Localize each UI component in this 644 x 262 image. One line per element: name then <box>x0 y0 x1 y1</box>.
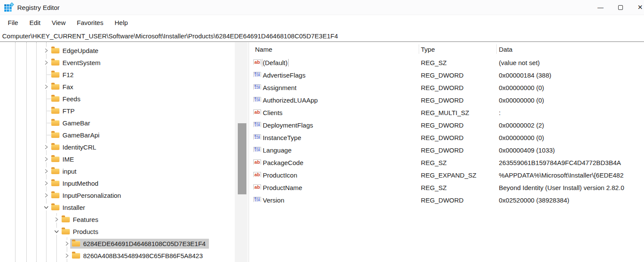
tree-item-product-key-selected[interactable]: 6284EDE64691D46468108C05D7E3E1F4 <box>0 237 235 250</box>
tree-item-f12[interactable]: F12 <box>0 69 235 81</box>
value-data: 0x00000409 (1033) <box>499 147 644 154</box>
chevron-right-icon[interactable] <box>43 59 50 66</box>
chevron-down-icon[interactable] <box>53 228 60 235</box>
value-type: REG_DWORD <box>421 97 499 104</box>
value-data: 0x00000002 (2) <box>499 122 644 129</box>
value-data: 0x02520000 (38928384) <box>499 196 644 204</box>
tree-item-feeds[interactable]: Feeds <box>0 93 235 105</box>
tree-scrollbar-thumb[interactable] <box>238 123 246 194</box>
value-type: REG_EXPAND_SZ <box>421 172 499 179</box>
chevron-right-icon[interactable] <box>43 180 50 187</box>
chevron-right-icon[interactable] <box>43 192 50 199</box>
folder-icon <box>51 108 59 114</box>
key-tree-panel: EdgeUpdate EventSystem F12 Fax Feeds <box>0 42 235 262</box>
value-row-instancetype[interactable]: 011110InstanceType REG_DWORD 0x00000000 … <box>249 131 644 144</box>
column-header-data[interactable]: Data <box>499 46 513 53</box>
value-row-deploymentflags[interactable]: 011110DeploymentFlags REG_DWORD 0x000000… <box>249 119 644 131</box>
tree-item-ime[interactable]: IME <box>0 153 235 165</box>
value-row-assignment[interactable]: 011110Assignment REG_DWORD 0x00000000 (0… <box>249 81 644 94</box>
menu-view[interactable]: View <box>46 19 71 26</box>
string-value-icon: ab <box>253 59 261 66</box>
value-name: ProductName <box>263 184 302 191</box>
folder-icon <box>51 132 59 138</box>
chevron-right-icon[interactable] <box>43 143 50 150</box>
menu-file[interactable]: File <box>2 19 24 26</box>
value-name: Language <box>263 147 292 154</box>
tree-item-edgeupdate[interactable]: EdgeUpdate <box>0 44 235 56</box>
value-name: AuthorizedLUAApp <box>263 97 318 104</box>
column-header-type[interactable]: Type <box>421 46 435 53</box>
tree-item-label: InputMethod <box>62 180 98 187</box>
chevron-down-icon[interactable] <box>43 204 50 211</box>
column-header-name[interactable]: Name <box>255 46 272 53</box>
tree-item-fax[interactable]: Fax <box>0 81 235 93</box>
maximize-button[interactable] <box>610 0 630 15</box>
column-divider[interactable] <box>496 44 497 54</box>
value-type: REG_DWORD <box>421 196 499 204</box>
tree-item-product-key[interactable]: 8260A408B345489498C65FB86F5A8423 <box>0 250 235 262</box>
tree-item-label: 6284EDE64691D46468108C05D7E3E1F4 <box>83 240 205 247</box>
tree-item-label: GameBarApi <box>62 131 100 139</box>
tree-connector <box>43 119 50 126</box>
close-button[interactable]: ✕ <box>630 0 644 15</box>
tree-item-inputmethod[interactable]: InputMethod <box>0 177 235 189</box>
tree-item-label: IME <box>62 156 74 163</box>
chevron-right-icon[interactable] <box>63 252 70 259</box>
value-row-producticon[interactable]: abProductIcon REG_EXPAND_SZ %APPDATA%\Mi… <box>249 169 644 181</box>
value-name: AdvertiseFlags <box>263 72 305 79</box>
folder-icon <box>62 229 70 234</box>
column-divider[interactable] <box>419 44 419 54</box>
tree-item-features[interactable]: Features <box>0 213 235 225</box>
value-data: Beyond Identity (User Install) version 2… <box>499 184 644 191</box>
minimize-button[interactable]: — <box>591 0 610 15</box>
tree-item-identitycrl[interactable]: IdentityCRL <box>0 141 235 153</box>
chevron-right-icon[interactable] <box>43 83 50 90</box>
value-type: REG_SZ <box>421 184 499 191</box>
tree-item-eventsystem[interactable]: EventSystem <box>0 56 235 69</box>
value-data: 0x00000184 (388) <box>499 72 644 79</box>
chevron-right-icon[interactable] <box>53 216 60 223</box>
chevron-right-icon[interactable] <box>43 156 50 162</box>
value-type: REG_DWORD <box>421 122 499 129</box>
registry-path: Computer\HKEY_CURRENT_USER\Software\Micr… <box>2 32 338 40</box>
tree-item-inputpersonalization[interactable]: InputPersonalization <box>0 189 235 201</box>
list-header: Name Type Data <box>249 42 644 56</box>
value-data: %APPDATA%\Microsoft\Installer\{6EDE482 <box>499 172 644 179</box>
value-row-productname[interactable]: abProductName REG_SZ Beyond Identity (Us… <box>249 181 644 194</box>
tree-item-products[interactable]: Products <box>0 225 235 237</box>
string-value-icon: ab <box>253 159 261 166</box>
value-row-packagecode[interactable]: abPackageCode REG_SZ 263559061B159784A9F… <box>249 156 644 169</box>
tree-item-ftp[interactable]: FTP <box>0 105 235 117</box>
menu-favorites[interactable]: Favorites <box>71 19 109 26</box>
value-row-version[interactable]: 011110Version REG_DWORD 0x02520000 (3892… <box>249 194 644 206</box>
address-bar[interactable]: Computer\HKEY_CURRENT_USER\Software\Micr… <box>0 30 644 42</box>
value-data: : <box>499 109 644 116</box>
value-name: (Default) <box>263 59 288 66</box>
tree-item-input[interactable]: input <box>0 165 235 177</box>
folder-icon <box>62 217 70 222</box>
chevron-right-icon[interactable] <box>63 240 70 247</box>
chevron-right-icon[interactable] <box>43 47 50 54</box>
value-row-default[interactable]: ab(Default) REG_SZ (value not set) <box>249 56 644 69</box>
value-row-clients[interactable]: abClients REG_MULTI_SZ : <box>249 106 644 119</box>
chevron-right-icon[interactable] <box>43 168 50 175</box>
registry-editor-window: Registry Editor — ✕ File Edit View Favor… <box>0 0 644 262</box>
tree-item-installer[interactable]: Installer <box>0 201 235 213</box>
menu-help[interactable]: Help <box>109 19 134 26</box>
menu-bar: File Edit View Favorites Help <box>0 15 644 30</box>
tree-item-gamebar[interactable]: GameBar <box>0 117 235 129</box>
string-value-icon: ab <box>253 109 261 116</box>
folder-icon <box>51 144 59 150</box>
value-name: DeploymentFlags <box>263 122 313 129</box>
value-name: Version <box>263 196 284 204</box>
menu-edit[interactable]: Edit <box>24 19 46 26</box>
value-row-advertiseflags[interactable]: 011110AdvertiseFlags REG_DWORD 0x0000018… <box>249 69 644 81</box>
tree-scrollbar-track[interactable] <box>235 42 248 262</box>
tree-connector <box>43 71 50 78</box>
value-data: 0x00000000 (0) <box>499 84 644 91</box>
tree-item-gamebarapi[interactable]: GameBarApi <box>0 129 235 141</box>
value-row-authorizedluaapp[interactable]: 011110AuthorizedLUAApp REG_DWORD 0x00000… <box>249 94 644 106</box>
folder-icon <box>51 60 59 66</box>
registry-editor-app-icon <box>4 3 13 12</box>
value-row-language[interactable]: 011110Language REG_DWORD 0x00000409 (103… <box>249 144 644 156</box>
